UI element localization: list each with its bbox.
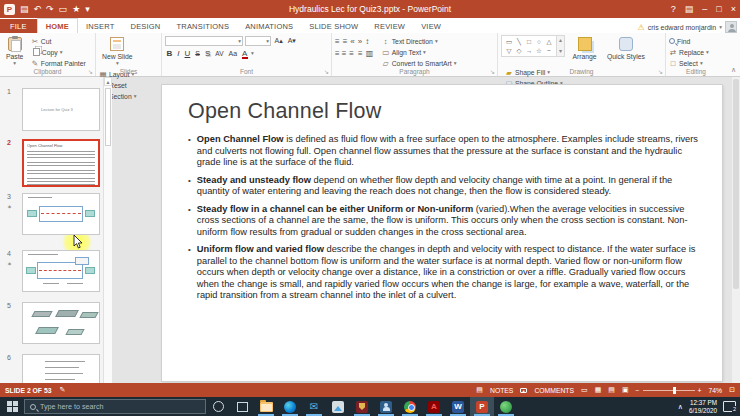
- zoom-level[interactable]: 74%: [709, 387, 723, 394]
- tray-expand-icon[interactable]: ∧: [678, 403, 683, 411]
- find-button[interactable]: Find: [669, 36, 709, 46]
- align-center-button[interactable]: ≡: [342, 49, 347, 58]
- shape-icon[interactable]: →: [524, 46, 534, 55]
- slide-thumbnail-6[interactable]: [22, 354, 100, 383]
- justify-button[interactable]: ≡: [358, 49, 363, 58]
- italic-button[interactable]: I: [176, 49, 181, 58]
- strikethrough-button[interactable]: S: [194, 50, 202, 57]
- notes-button[interactable]: NOTES: [490, 387, 513, 394]
- acrobat-button[interactable]: A: [422, 397, 446, 416]
- zoom-track[interactable]: [643, 390, 695, 391]
- scrollbar-thumb[interactable]: [733, 79, 739, 289]
- quick-styles-button[interactable]: Quick Styles: [604, 35, 648, 66]
- shape-icon[interactable]: ○: [534, 37, 544, 46]
- photos-button[interactable]: [326, 397, 350, 416]
- underline-button[interactable]: U: [183, 49, 192, 58]
- increase-indent-button[interactable]: »: [358, 37, 362, 46]
- restore-button[interactable]: □: [716, 4, 721, 14]
- tab-review[interactable]: REVIEW: [366, 19, 413, 33]
- align-right-button[interactable]: ≡: [349, 49, 355, 58]
- convert-smartart-button[interactable]: ▱ Convert to SmartArt ▾: [382, 58, 457, 68]
- comments-button[interactable]: COMMENTS: [534, 387, 574, 394]
- zoom-out-button[interactable]: −: [636, 387, 640, 394]
- shield-app-button[interactable]: [350, 397, 374, 416]
- grow-font-button[interactable]: A▴: [273, 37, 284, 45]
- shape-icon[interactable]: △: [544, 37, 554, 46]
- tab-transitions[interactable]: TRANSITIONS: [169, 19, 238, 33]
- word-button[interactable]: W: [446, 397, 470, 416]
- character-spacing-button[interactable]: AV: [214, 50, 225, 57]
- text-shadow-button[interactable]: S: [203, 49, 211, 58]
- customize-qat-icon[interactable]: ▾: [85, 4, 90, 14]
- paste-button[interactable]: Paste ▾: [3, 35, 26, 68]
- account-area[interactable]: ⚠ cris edward monjardin ▾: [638, 21, 740, 33]
- font-dialog-launcher[interactable]: ↘: [324, 68, 329, 75]
- cut-button[interactable]: ✂ Cut: [31, 36, 86, 46]
- file-explorer-button[interactable]: [254, 397, 278, 416]
- favorites-star-icon[interactable]: ★: [72, 4, 80, 14]
- arrange-button[interactable]: Arrange: [569, 35, 599, 66]
- edge-button[interactable]: [278, 397, 302, 416]
- thumbnail-scrollbar[interactable]: ▲: [103, 77, 112, 383]
- start-button[interactable]: [0, 397, 24, 416]
- shape-icon[interactable]: ╲: [514, 37, 524, 46]
- slide-canvas[interactable]: Open Channel Flow • Open Channel Flow is…: [162, 85, 722, 381]
- slide-title[interactable]: Open Channel Flow: [162, 99, 722, 124]
- start-slideshow-icon[interactable]: ▭: [59, 4, 68, 14]
- green-app-button[interactable]: [494, 397, 518, 416]
- scroll-up-icon[interactable]: ▲: [104, 77, 112, 86]
- shape-icon[interactable]: ~: [544, 46, 554, 55]
- scroll-up-icon[interactable]: ▲: [558, 37, 563, 43]
- shape-icon[interactable]: ▽: [504, 46, 514, 55]
- animation-star-icon[interactable]: ✶: [7, 203, 12, 210]
- zoom-slider[interactable]: − +: [636, 387, 702, 394]
- collapse-ribbon-icon[interactable]: ∧: [731, 66, 736, 74]
- scroll-down-icon[interactable]: ▲: [558, 49, 563, 55]
- line-spacing-button[interactable]: ↕: [365, 37, 369, 46]
- shape-icon[interactable]: ◇: [514, 46, 524, 55]
- shape-icon[interactable]: ☆: [534, 46, 544, 55]
- shape-icon[interactable]: □: [524, 37, 534, 46]
- slide-thumbnail-1[interactable]: Lecture for Quiz 3: [22, 88, 100, 131]
- text-direction-button[interactable]: ↕ Text Direction ▾: [382, 36, 457, 46]
- chrome-button[interactable]: [398, 397, 422, 416]
- change-case-button[interactable]: Aa: [227, 50, 239, 57]
- paragraph-dialog-launcher[interactable]: ↘: [490, 68, 495, 75]
- tab-design[interactable]: DESIGN: [123, 19, 169, 33]
- slide-thumbnail-3[interactable]: [22, 193, 100, 235]
- slideshow-view-button[interactable]: ▣: [622, 386, 629, 394]
- clipboard-dialog-launcher[interactable]: ↘: [88, 68, 93, 75]
- shrink-font-button[interactable]: A▾: [286, 37, 297, 45]
- copy-button[interactable]: Copy ▾: [31, 47, 86, 57]
- font-size-combobox[interactable]: ▾: [245, 36, 271, 46]
- columns-button[interactable]: ▥: [366, 49, 374, 58]
- taskbar-search-input[interactable]: Type here to search: [24, 399, 206, 414]
- slide-body[interactable]: • Open Channel Flow is defined as fluid …: [162, 134, 722, 302]
- taskbar-clock[interactable]: 12:37 PM 6/19/2020: [689, 399, 717, 414]
- action-center-button[interactable]: 2: [723, 401, 736, 412]
- shape-icon[interactable]: ▭: [504, 37, 514, 46]
- tab-animations[interactable]: ANIMATIONS: [237, 19, 301, 33]
- tab-view[interactable]: VIEW: [413, 19, 449, 33]
- numbering-button[interactable]: ≡: [343, 37, 348, 46]
- minimize-button[interactable]: –: [702, 4, 707, 14]
- ribbon-display-options-button[interactable]: ▤: [685, 4, 694, 14]
- decrease-indent-button[interactable]: «: [350, 37, 354, 46]
- bullets-button[interactable]: ≡: [335, 37, 340, 46]
- font-name-combobox[interactable]: ▾: [165, 36, 243, 46]
- select-button[interactable]: □ Select ▾: [669, 58, 709, 68]
- new-slide-button[interactable]: New Slide ▾: [99, 35, 136, 68]
- slide-thumbnail-2-selected[interactable]: Open Channel Flow: [22, 139, 100, 187]
- normal-view-button[interactable]: ▭: [581, 386, 588, 394]
- canvas-scrollbar[interactable]: [732, 77, 740, 383]
- animation-star-icon[interactable]: ✶: [7, 260, 12, 267]
- fit-to-window-button[interactable]: ⊡: [729, 386, 735, 394]
- slide-sorter-view-button[interactable]: ▦: [595, 386, 602, 394]
- font-color-button[interactable]: A: [241, 49, 249, 58]
- shapes-gallery[interactable]: ▭ ╲ □ ○ △ ▽ ◇ → ☆ ~: [501, 35, 557, 57]
- redo-icon[interactable]: ↷: [46, 4, 54, 14]
- help-button[interactable]: ?: [671, 4, 676, 14]
- shapes-gallery-scroll[interactable]: ▲ ▲: [557, 35, 565, 57]
- bold-button[interactable]: B: [165, 49, 174, 58]
- tab-home[interactable]: HOME: [37, 18, 78, 33]
